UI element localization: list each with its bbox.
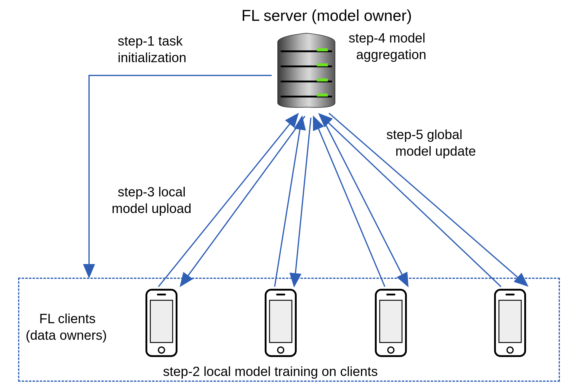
- svg-rect-11: [157, 294, 166, 295]
- step3-label-line1: step-3 local: [118, 184, 186, 200]
- step5-label-line1: step-5 global: [386, 127, 462, 143]
- svg-rect-7: [317, 94, 328, 97]
- step4-label-line2: aggregation: [356, 47, 426, 63]
- title-label: FL server (model owner): [241, 6, 412, 25]
- step3-label-line2: model upload: [112, 201, 191, 217]
- svg-rect-19: [386, 294, 395, 295]
- arrow-up-2: [275, 118, 302, 287]
- svg-rect-23: [506, 294, 515, 295]
- phone-icon-4: [490, 288, 530, 358]
- phone-icon-2: [261, 288, 300, 358]
- phone-icon-3: [371, 288, 410, 358]
- step5-label-line2: model update: [395, 143, 476, 159]
- arrow-step1: [89, 75, 272, 276]
- svg-rect-6: [317, 78, 328, 81]
- server-icon: [278, 33, 335, 107]
- clients-label-line2: (data owners): [26, 327, 107, 343]
- svg-rect-4: [317, 48, 328, 51]
- svg-rect-21: [499, 300, 521, 343]
- svg-rect-9: [150, 300, 173, 343]
- clients-label-line1: FL clients: [39, 311, 96, 327]
- svg-rect-15: [276, 294, 285, 295]
- arrow-down-2: [294, 118, 311, 285]
- phone-icon-1: [142, 288, 181, 358]
- svg-rect-13: [270, 300, 292, 343]
- arrow-down-1: [181, 116, 305, 285]
- svg-rect-5: [317, 63, 328, 66]
- step2-label: step-2 local model training on clients: [163, 364, 378, 380]
- step1-label-line1: step-1 task: [118, 33, 183, 49]
- step4-label-line1: step-4 model: [349, 30, 425, 46]
- step1-label-line2: initialization: [118, 50, 186, 66]
- svg-rect-17: [380, 300, 402, 343]
